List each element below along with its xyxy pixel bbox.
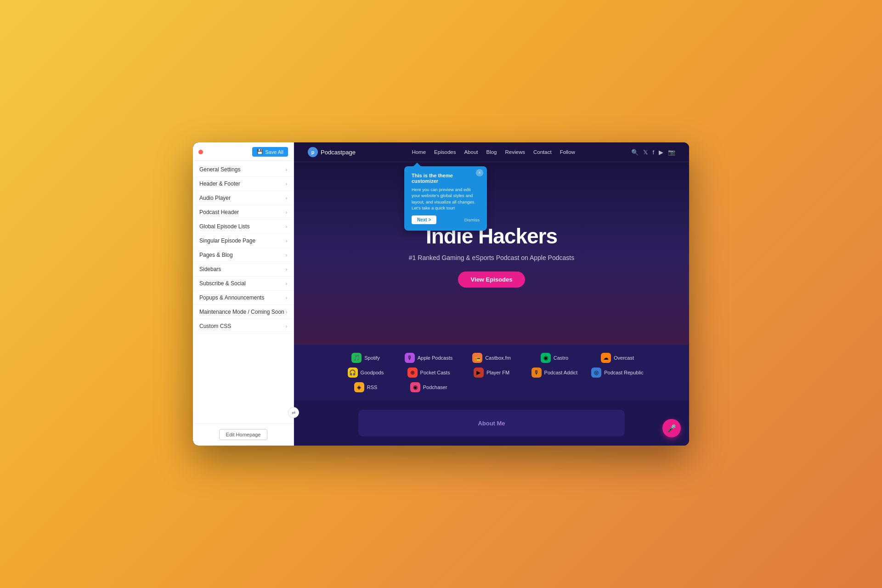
sidebar-footer: Edit Homepage xyxy=(193,423,294,446)
tooltip-dismiss-button[interactable]: Dismiss xyxy=(464,217,480,222)
chevron-right-icon: › xyxy=(286,224,287,229)
instagram-icon[interactable]: 📷 xyxy=(668,149,675,156)
sidebar-item-singular-episode-page[interactable]: Singular Episode Page › xyxy=(193,234,294,248)
platform-pocket-casts[interactable]: ⊕ Pocket Casts xyxy=(398,368,459,378)
sidebar-header: 💾 Save All xyxy=(193,142,294,161)
nav-about[interactable]: About xyxy=(464,149,478,155)
about-card: About Me xyxy=(358,410,625,436)
platform-apple-podcasts[interactable]: 🎙 Apple Podcasts xyxy=(398,353,459,363)
close-dot[interactable] xyxy=(198,150,203,154)
platforms-grid: 🎵 Spotify 🎙 Apple Podcasts 📻 Castbox.fm … xyxy=(335,353,648,392)
pocket-casts-icon: ⊕ xyxy=(407,368,418,378)
sidebar-item-global-episode-lists[interactable]: Global Episode Lists › xyxy=(193,220,294,234)
hero-subtitle: #1 Ranked Gaming & eSports Podcast on Ap… xyxy=(409,254,574,261)
tooltip-popup: × This is the theme customizer Here you … xyxy=(404,166,487,231)
platform-overcast[interactable]: ☁ Overcast xyxy=(587,353,648,363)
chevron-right-icon: › xyxy=(286,210,287,215)
chevron-right-icon: › xyxy=(286,253,287,258)
platform-player-fm[interactable]: ▶ Player FM xyxy=(461,368,522,378)
castro-icon: ◉ xyxy=(541,353,551,363)
site-navbar: p Podcastpage Home Episodes About Blog R… xyxy=(294,142,689,162)
about-preview: About Me xyxy=(294,401,689,446)
chevron-right-icon: › xyxy=(286,267,287,272)
podcast-republic-icon: ◎ xyxy=(591,368,601,378)
platform-podchaser[interactable]: ◉ Podchaser xyxy=(398,382,459,392)
site-nav-links: Home Episodes About Blog Reviews Contact… xyxy=(412,149,575,155)
browser-window: 💾 Save All General Settings › Header & F… xyxy=(193,142,689,446)
chevron-right-icon: › xyxy=(286,167,287,172)
sidebar-item-audio-player[interactable]: Audio Player › xyxy=(193,191,294,205)
rss-icon: ◈ xyxy=(354,382,364,392)
tooltip-next-button[interactable]: Next > xyxy=(412,215,436,224)
platforms-section: 🎵 Spotify 🎙 Apple Podcasts 📻 Castbox.fm … xyxy=(294,345,689,401)
goodpods-icon: 🎧 xyxy=(348,368,358,378)
view-episodes-button[interactable]: View Episodes xyxy=(458,271,526,288)
chevron-right-icon: › xyxy=(286,310,287,315)
chevron-right-icon: › xyxy=(286,238,287,243)
sidebar-menu: General Settings › Header & Footer › Aud… xyxy=(193,161,294,423)
tooltip-text: Here you can preview and edit your websi… xyxy=(412,187,480,211)
collapse-sidebar-button[interactable]: ⇄ xyxy=(288,407,299,418)
site-logo: p Podcastpage xyxy=(308,147,356,157)
platform-spotify[interactable]: 🎵 Spotify xyxy=(335,353,396,363)
main-content: p Podcastpage Home Episodes About Blog R… xyxy=(294,142,689,446)
sidebar-item-podcast-header[interactable]: Podcast Header › xyxy=(193,205,294,220)
nav-follow[interactable]: Follow xyxy=(560,149,575,155)
nav-blog[interactable]: Blog xyxy=(486,149,497,155)
tooltip-actions: Next > Dismiss xyxy=(412,215,480,224)
youtube-icon[interactable]: ▶ xyxy=(659,149,663,156)
sidebar-item-subscribe-social[interactable]: Subscribe & Social › xyxy=(193,277,294,291)
facebook-icon[interactable]: f xyxy=(652,149,654,156)
sidebar-item-maintenance[interactable]: Maintenance Mode / Coming Soon › xyxy=(193,305,294,319)
sidebar-item-sidebars[interactable]: Sidebars › xyxy=(193,262,294,277)
apple-podcasts-icon: 🎙 xyxy=(405,353,415,363)
search-icon[interactable]: 🔍 xyxy=(631,149,639,156)
chevron-right-icon: › xyxy=(286,196,287,201)
nav-home[interactable]: Home xyxy=(412,149,426,155)
microphone-icon: 🎤 xyxy=(667,424,676,433)
sidebar-item-popups[interactable]: Popups & Announcements › xyxy=(193,291,294,305)
overcast-icon: ☁ xyxy=(601,353,611,363)
tooltip-close-button[interactable]: × xyxy=(476,169,483,176)
nav-contact[interactable]: Contact xyxy=(533,149,552,155)
podchaser-icon: ◉ xyxy=(410,382,420,392)
platform-castbox[interactable]: 📻 Castbox.fm xyxy=(461,353,522,363)
sidebar-item-general-settings[interactable]: General Settings › xyxy=(193,163,294,177)
sidebar-item-custom-css[interactable]: Custom CSS › xyxy=(193,319,294,334)
hero-section: Indie Hackers #1 Ranked Gaming & eSports… xyxy=(294,162,689,345)
platform-castro[interactable]: ◉ Castro xyxy=(524,353,585,363)
player-fm-icon: ▶ xyxy=(474,368,484,378)
twitter-icon[interactable]: 𝕏 xyxy=(643,149,648,156)
platform-podcast-addict[interactable]: 🎙 Podcast Addict xyxy=(524,368,585,378)
chevron-right-icon: › xyxy=(286,295,287,300)
nav-reviews[interactable]: Reviews xyxy=(505,149,525,155)
about-label: About Me xyxy=(478,420,505,427)
platform-rss[interactable]: ◈ RSS xyxy=(335,382,396,392)
logo-icon: p xyxy=(308,147,318,157)
platform-podcast-republic[interactable]: ◎ Podcast Republic xyxy=(587,368,648,378)
chevron-right-icon: › xyxy=(286,324,287,329)
castbox-icon: 📻 xyxy=(472,353,482,363)
chevron-right-icon: › xyxy=(286,281,287,286)
spotify-icon: 🎵 xyxy=(351,353,362,363)
chevron-right-icon: › xyxy=(286,181,287,187)
tooltip-title: This is the theme customizer xyxy=(412,173,480,184)
platform-goodpods[interactable]: 🎧 Goodpods xyxy=(335,368,396,378)
sidebar-item-pages-blog[interactable]: Pages & Blog › xyxy=(193,248,294,262)
nav-actions: 🔍 𝕏 f ▶ 📷 xyxy=(631,149,675,156)
edit-homepage-button[interactable]: Edit Homepage xyxy=(219,429,268,440)
nav-episodes[interactable]: Episodes xyxy=(434,149,456,155)
sidebar-item-header-footer[interactable]: Header & Footer › xyxy=(193,177,294,191)
expand-icon: ⇄ xyxy=(292,410,295,415)
floating-mic-button[interactable]: 🎤 xyxy=(662,419,681,437)
sidebar: 💾 Save All General Settings › Header & F… xyxy=(193,142,294,446)
save-all-button[interactable]: 💾 Save All xyxy=(252,147,288,157)
podcast-addict-icon: 🎙 xyxy=(531,368,542,378)
save-icon: 💾 xyxy=(257,149,263,155)
